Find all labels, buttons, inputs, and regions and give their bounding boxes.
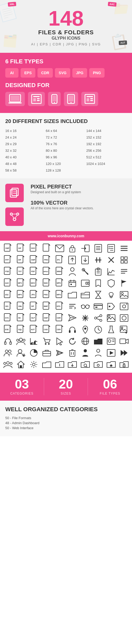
login-icon xyxy=(80,243,91,254)
file-cer: CER xyxy=(54,324,65,335)
flask-icon xyxy=(106,324,117,335)
lock-icon xyxy=(67,243,78,254)
label-tag-icon xyxy=(106,301,117,312)
svg-marker-118 xyxy=(36,279,37,280)
svg-marker-87 xyxy=(23,267,25,269)
svg-rect-5 xyxy=(33,98,36,101)
svg-text:PSD: PSD xyxy=(5,271,9,272)
svg-point-277 xyxy=(97,349,100,352)
file-rtf: RTF xyxy=(2,254,13,266)
category-item-3: 50 - Web Interface xyxy=(5,426,127,430)
file-sql: SQL xyxy=(15,324,26,335)
size-152: 152 x 152 xyxy=(86,135,127,140)
file-mpeg: MPEG xyxy=(41,266,52,277)
svg-point-153 xyxy=(121,292,123,295)
svg-marker-70 xyxy=(62,255,63,257)
svg-point-242 xyxy=(19,338,22,341)
size-29: 29 x 29 xyxy=(5,141,46,147)
refresh-icon xyxy=(67,336,78,347)
svg-rect-229 xyxy=(69,330,70,333)
settings-icon xyxy=(28,359,39,370)
svg-text:WMA: WMA xyxy=(57,271,62,272)
svg-marker-90 xyxy=(36,267,37,269)
svg-text:AAC: AAC xyxy=(5,282,9,284)
file-swf2: SWF xyxy=(28,254,39,266)
file-sys: SYS xyxy=(2,312,13,324)
shield-icon2 xyxy=(106,278,117,289)
svg-marker-198 xyxy=(62,314,63,315)
vector-desc: All of the icons here are crystal clear … xyxy=(31,206,127,211)
svg-text:RTF: RTF xyxy=(5,259,9,261)
icon-row-7: SYS INI HLP SWF CDR xyxy=(2,312,130,324)
svg-rect-150 xyxy=(110,296,112,297)
credit-card-icon xyxy=(93,301,104,312)
svg-rect-129 xyxy=(70,284,72,285)
strikethrough-icon xyxy=(93,254,104,266)
stat-sizes-label: SIZES xyxy=(44,392,88,395)
svg-text:EPS: EPS xyxy=(57,305,60,307)
svg-marker-142 xyxy=(36,290,37,292)
svg-rect-12 xyxy=(69,96,73,101)
svg-marker-64 xyxy=(36,255,37,257)
svg-point-276 xyxy=(84,349,87,352)
download-file-icon xyxy=(80,254,91,266)
person3-icon xyxy=(93,347,104,358)
clipboard-icon xyxy=(93,266,104,277)
svg-text:MOV: MOV xyxy=(31,282,35,284)
svg-text:SYS: SYS xyxy=(5,317,9,319)
svg-marker-112 xyxy=(10,279,12,280)
hero-number: 148 xyxy=(5,8,127,29)
svg-rect-9 xyxy=(53,96,56,101)
location-pin-icon xyxy=(80,324,91,335)
trash-icon xyxy=(67,347,78,358)
features-text: PIXEL PERFECT Designed and built on a gr… xyxy=(31,184,127,216)
svg-marker-219 xyxy=(23,325,25,327)
phone-icon-box xyxy=(48,92,61,106)
file-3g2: 3G2 xyxy=(2,289,13,300)
file-cad: CAD xyxy=(41,324,52,335)
glasses-icon xyxy=(80,301,91,312)
paper-plane-icon xyxy=(67,312,78,324)
svg-rect-1 xyxy=(11,96,20,101)
svg-point-287 xyxy=(32,363,35,366)
svg-marker-165 xyxy=(49,302,50,304)
svg-text:WAV: WAV xyxy=(44,282,48,284)
headphones2-icon xyxy=(2,336,13,347)
headphones-icon xyxy=(67,324,78,335)
sizes-grid: 16 x 16 64 x 64 144 x 144 24 x 24 72 x 7… xyxy=(5,128,127,173)
badge-jpg: JPG xyxy=(72,68,87,78)
pixel-perfect-icon-box xyxy=(5,184,24,202)
svg-point-213 xyxy=(122,316,126,320)
svg-marker-251 xyxy=(57,338,63,345)
size-144: 144 x 144 xyxy=(86,128,127,134)
graph-icon xyxy=(28,336,39,347)
file-txt: TXT xyxy=(15,266,26,277)
svg-text:DIF: DIF xyxy=(18,259,21,261)
size-80: 80 x 80 xyxy=(46,148,86,153)
svg-marker-93 xyxy=(49,267,50,269)
groups-icon xyxy=(2,359,13,370)
svg-text:SQL: SQL xyxy=(18,329,22,331)
svg-text:SWF: SWF xyxy=(44,317,48,319)
svg-marker-222 xyxy=(36,325,37,327)
svg-point-290 xyxy=(97,364,99,366)
file-pro: PRO xyxy=(41,254,52,266)
svg-marker-121 xyxy=(49,279,50,280)
svg-text:MPD: MPD xyxy=(57,282,61,284)
svg-text:ZIP: ZIP xyxy=(31,305,34,307)
svg-line-208 xyxy=(97,316,100,318)
stat-categories-label: CATEGORIES xyxy=(0,392,44,395)
svg-marker-189 xyxy=(23,314,25,315)
pixel-perfect-desc: Designed and built on a grid system xyxy=(31,190,127,195)
svg-point-249 xyxy=(45,343,46,345)
svg-marker-96 xyxy=(62,267,63,269)
svg-text:MPG: MPG xyxy=(57,294,61,296)
svg-text:3G2: 3G2 xyxy=(5,294,8,296)
file-mpd: MPD xyxy=(54,278,65,289)
svg-rect-292 xyxy=(123,365,125,367)
svg-marker-124 xyxy=(62,279,63,280)
file-types-heading: 6 FILE TYPES xyxy=(5,58,127,65)
folder-star-icon xyxy=(106,359,117,370)
stat-categories-number: 03 xyxy=(0,378,44,391)
svg-point-25 xyxy=(17,213,19,215)
